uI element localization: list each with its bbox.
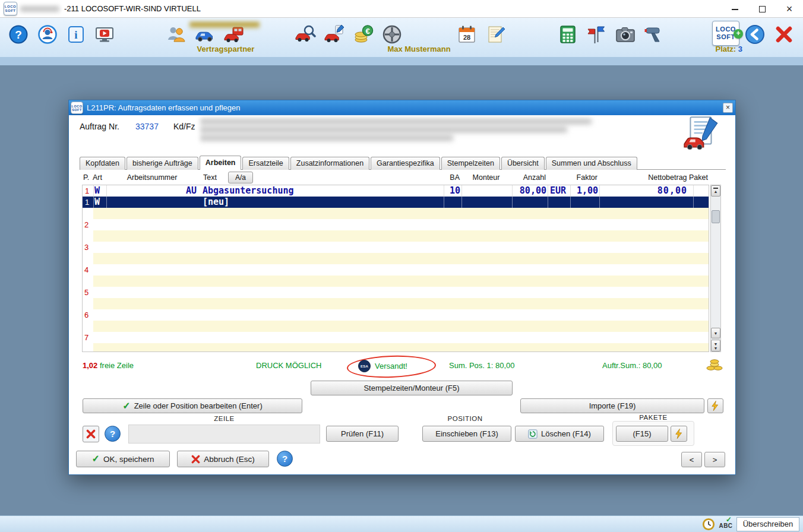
importe-button[interactable]: Importe (F19) (520, 398, 704, 413)
input-mode-indicator[interactable]: Überschreiben (736, 517, 799, 531)
svg-text:i: i (74, 28, 77, 41)
table-row-empty[interactable]: 4 (83, 253, 709, 276)
pakete-f15-button[interactable]: (F15) (616, 426, 668, 442)
ok-speichern-button[interactable]: ✓OK, speichern (76, 451, 170, 467)
zeile-bearbeiten-button[interactable]: ✓Zeile oder Position bearbeiten (Enter) (83, 398, 302, 413)
tab-arbeiten[interactable]: Arbeiten (200, 156, 242, 170)
table-row-position-1[interactable]: 1 W AU Abgasuntersuchung 10 80,00 EUR 1,… (83, 185, 709, 197)
tab-summen-und-abschluss[interactable]: Summen und Abschluss (546, 157, 637, 170)
auftrag-label: Auftrag Nr. (80, 122, 119, 131)
free-line-value: 1,02 (83, 361, 97, 370)
help-button[interactable]: ? (8, 24, 29, 45)
scroll-top-button[interactable]: ▲ (711, 185, 720, 197)
vehicle-search-icon[interactable] (295, 24, 316, 45)
check-icon: ✓ (92, 454, 100, 464)
abbruch-button[interactable]: Abbruch (Esc) (177, 451, 269, 467)
tab-uebersicht[interactable]: Übersicht (501, 157, 545, 170)
dialog-title: L211PR: Auftragsdaten erfassen und pfleg… (87, 100, 241, 115)
calculator-icon[interactable] (557, 24, 578, 45)
pakete-blitz-button[interactable] (671, 426, 687, 442)
svg-text:28: 28 (463, 34, 470, 41)
calendar-icon[interactable]: 28 (456, 24, 478, 45)
platz-label: Platz: 3 (700, 45, 742, 53)
window-title: -211 LOCOSOFT-WIR-SIND VIRTUELL (64, 0, 201, 18)
positions-table: 1 W AU Abgasuntersuchung 10 80,00 EUR 1,… (82, 185, 709, 352)
row-text: Abgasuntersuchung (203, 185, 440, 197)
zeile-input[interactable] (128, 425, 320, 444)
video-tutorial-icon[interactable] (94, 24, 115, 45)
flags-icon[interactable] (586, 24, 607, 45)
zeile-help-button[interactable]: ? (105, 426, 121, 442)
scroll-bottom-button[interactable]: ▼▼ (711, 340, 720, 352)
col-header-arbeitsnummer: Arbeitsnummer (106, 173, 198, 182)
tab-kopfdaten[interactable]: Kopfdaten (80, 157, 125, 170)
camera-icon[interactable] (615, 24, 636, 45)
user-label: Max Mustermann (373, 45, 465, 53)
back-button[interactable] (744, 24, 766, 45)
redacted-toolbar-text (189, 21, 260, 29)
scroll-down-button[interactable]: ▼ (711, 328, 720, 338)
table-row-selected[interactable]: 1 W [neu] (83, 197, 709, 208)
free-line-status: 1,02 freie Zeile (83, 361, 134, 370)
lightning-icon (675, 429, 683, 439)
einschieben-button[interactable]: Einschieben (F13) (422, 426, 511, 442)
col-header-netto-paket: Nettobetrag Paket (593, 173, 708, 182)
row-text: [neu] (203, 197, 381, 208)
notepad-icon[interactable] (485, 24, 507, 45)
case-toggle-button[interactable]: A/a (228, 172, 253, 183)
table-row-empty[interactable]: 5 (83, 276, 709, 298)
col-header-anzahl: Anzahl (507, 173, 546, 182)
stempelzeiten-monteur-button[interactable]: Stempelzeiten/Monteur (F5) (311, 381, 513, 395)
table-row-empty[interactable]: 6 (83, 298, 709, 321)
plus-icon: + (734, 29, 743, 39)
support-headset-icon[interactable] (37, 24, 58, 45)
euro-coins-icon[interactable]: € (353, 24, 374, 45)
tab-zusatzinformationen[interactable]: Zusatzinformationen (290, 157, 369, 170)
next-page-button[interactable]: > (704, 452, 725, 467)
app-logo-icon: LOCO SOFT (4, 2, 17, 15)
recycle-icon (528, 429, 538, 439)
kdfz-label: Kd/Fz (173, 122, 195, 131)
table-scrollbar[interactable]: ▲ ▼ ▼▼ (710, 185, 721, 352)
barcode-scanner-icon[interactable] (643, 24, 665, 45)
maximize-icon (759, 6, 766, 12)
tab-stempelzeiten[interactable]: Stempelzeiten (441, 157, 500, 170)
auftrag-number: 33737 (135, 122, 159, 131)
tab-bisherige-auftraege[interactable]: bisherige Aufträge (127, 157, 198, 170)
row-number: 1 (85, 185, 93, 197)
zeile-loeschen-button[interactable] (83, 426, 99, 442)
table-row-empty[interactable]: 7 (83, 321, 709, 343)
col-header-ba: BA (438, 173, 460, 182)
importe-blitz-button[interactable] (707, 398, 723, 413)
table-row-empty[interactable]: 3 (83, 230, 709, 253)
partners-icon[interactable] (166, 24, 187, 45)
tab-strip: Kopfdaten bisherige Aufträge Arbeiten Er… (80, 156, 638, 170)
maximize-button[interactable] (748, 0, 776, 18)
scrollbar-thumb[interactable] (712, 210, 720, 223)
esa-icon: ESA (358, 360, 371, 372)
vehicle-edit-icon[interactable] (324, 24, 345, 45)
wheel-icon[interactable] (381, 24, 403, 45)
locosoft-logo[interactable]: LOCO SOFT + (712, 21, 739, 46)
exit-button[interactable] (773, 24, 795, 45)
check-icon: ✓ (122, 401, 130, 411)
info-button[interactable]: i (65, 24, 87, 45)
dialog-close-button[interactable]: × (723, 103, 733, 113)
order-document-icon (682, 116, 721, 151)
auftrag-dialog: LOCO SOFT L211PR: Auftragsdaten erfassen… (68, 100, 736, 475)
tab-garantiespezifika[interactable]: Garantiespezifika (371, 157, 440, 170)
position-section-label: POSITION (326, 415, 604, 422)
dialog-help-button[interactable]: ? (277, 451, 293, 467)
loeschen-button[interactable]: Löschen (F14) (515, 426, 604, 442)
minimize-button[interactable] (721, 0, 748, 18)
auftrag-sum-status: Auftr.Sum.: 80,00 (602, 361, 662, 370)
dialog-titlebar[interactable]: LOCO SOFT L211PR: Auftragsdaten erfassen… (69, 100, 735, 115)
table-row-empty[interactable]: 2 (83, 208, 709, 230)
tab-ersatzteile[interactable]: Ersatzteile (242, 157, 289, 170)
red-x-icon (191, 455, 200, 464)
lightning-icon (712, 401, 719, 411)
window-close-button[interactable]: × (776, 0, 803, 18)
vertragspartner-label: Vertragspartner (178, 45, 273, 53)
pruefen-button[interactable]: Prüfen (F11) (326, 426, 399, 442)
prev-page-button[interactable]: < (681, 452, 702, 467)
